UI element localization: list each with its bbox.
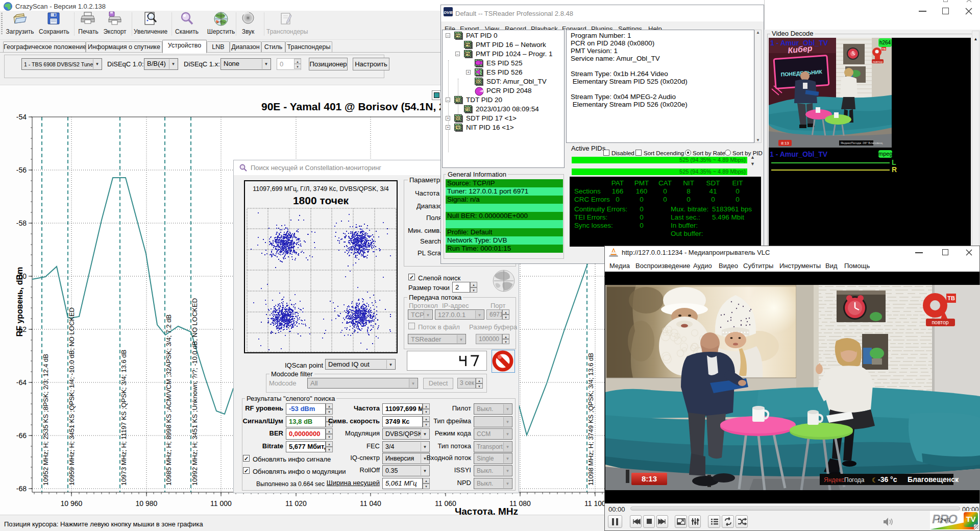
svg-text:-58: -58 bbox=[16, 219, 27, 227]
svg-text:10 980: 10 980 bbox=[136, 499, 158, 508]
svg-text:8:13: 8:13 bbox=[781, 141, 789, 146]
svg-text:-54: -54 bbox=[16, 113, 27, 121]
svg-text:11 000: 11 000 bbox=[210, 499, 232, 508]
svg-text:ТВ: ТВ bbox=[947, 295, 955, 301]
svg-text:11 060: 11 060 bbox=[435, 499, 456, 508]
svg-text:-64: -64 bbox=[16, 378, 27, 387]
svg-text:11 100: 11 100 bbox=[584, 499, 606, 508]
svg-text:-56: -56 bbox=[16, 166, 27, 174]
svg-text:Погода: Погода bbox=[844, 476, 865, 484]
svg-text:8:13: 8:13 bbox=[642, 474, 657, 483]
svg-text:-36 °с: -36 °с bbox=[878, 475, 897, 484]
svg-text:RF уровень, dBm: RF уровень, dBm bbox=[15, 267, 24, 336]
svg-text:h264: h264 bbox=[879, 40, 891, 45]
svg-text:DVB: DVB bbox=[444, 10, 453, 15]
svg-text:11098 MHz; H; 3749 KS ;QPSK; 3: 11098 MHz; H; 3749 KS ;QPSK; 3/4; 13.6 d… bbox=[587, 353, 595, 486]
svg-text:1 - Amur_Obl_TV: 1 - Amur_Obl_TV bbox=[770, 39, 828, 47]
svg-text:-68: -68 bbox=[16, 485, 27, 493]
svg-text:10973 MHz; H; 11197 KS ;QPSK;: 10973 MHz; H; 11197 KS ;QPSK; 3/4; 13.6 … bbox=[120, 350, 128, 486]
svg-text:☾: ☾ bbox=[872, 476, 878, 484]
svg-text:11 040: 11 040 bbox=[360, 499, 381, 508]
svg-text:11 020: 11 020 bbox=[285, 499, 307, 508]
svg-text:10985 MHz; H; 8998 KS ;ACM/VCM: 10985 MHz; H; 8998 KS ;ACM/VCM ;32APSK; … bbox=[165, 315, 173, 486]
svg-text:-66: -66 bbox=[16, 431, 27, 440]
svg-text:10992 MHz; H; 3451 KS ;Unknown: 10992 MHz; H; 3451 KS ;Unknown; ?/?; -10… bbox=[191, 298, 199, 486]
svg-text:ТВ: ТВ bbox=[882, 47, 886, 51]
svg-text:Благовещенск: Благовещенск bbox=[908, 475, 959, 484]
svg-text:повтор: повтор bbox=[932, 319, 948, 325]
svg-text:Частота, MHz: Частота, MHz bbox=[455, 506, 518, 515]
svg-text:повтор: повтор bbox=[873, 60, 883, 63]
svg-text:Яндекс: Яндекс bbox=[824, 476, 844, 484]
svg-text:10 960: 10 960 bbox=[61, 499, 83, 508]
svg-text:ЯндексПогода -36° Благовещ.: ЯндексПогода -36° Благовещ. bbox=[841, 141, 884, 144]
svg-text:10952 MHz; H; 2535 KS ;8PSK; 2: 10952 MHz; H; 2535 KS ;8PSK; 2/3; 12.4 d… bbox=[42, 354, 50, 486]
svg-text:10959 MHz; H; 3451 KS ;QPSK; 1: 10959 MHz; H; 3451 KS ;QPSK; 1/4; -10.0 … bbox=[68, 307, 76, 486]
